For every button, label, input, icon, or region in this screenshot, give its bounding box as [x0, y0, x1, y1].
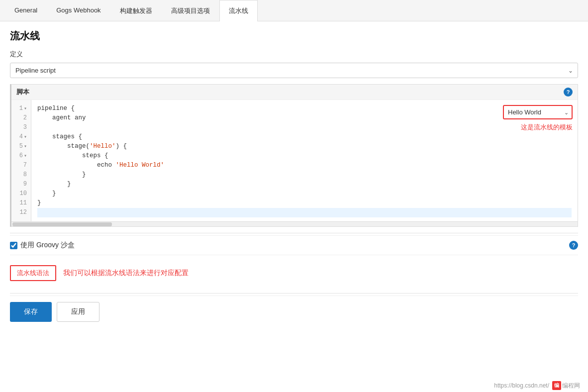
- footer-logo: 编 编程网: [552, 381, 580, 390]
- code-line-9: }: [37, 180, 572, 189]
- template-hint-text: 这是流水线的模板: [521, 123, 573, 132]
- definition-select[interactable]: Pipeline script Pipeline script from SCM: [10, 63, 578, 78]
- code-line-6: steps {: [37, 151, 572, 161]
- grammar-hint-text: 我们可以根据流水线语法来进行对应配置: [63, 269, 189, 278]
- line-num-2: 2: [11, 113, 31, 123]
- tab-gogs-webhook[interactable]: Gogs Webhook: [47, 0, 110, 21]
- code-line-7: echo 'Hello World': [37, 161, 572, 170]
- page-title: 流水线: [10, 29, 578, 43]
- tab-advanced-options[interactable]: 高级项目选项: [162, 0, 219, 21]
- script-body: Hello World GitHub + Maven Scripted Pipe…: [11, 100, 578, 221]
- script-section: 脚本 ? Hello World GitHub + Maven Scripted…: [10, 84, 578, 227]
- line-numbers: 1 2 3 4 5 6 7 8 9 10 11 12: [11, 100, 31, 221]
- line-num-12: 12: [11, 208, 31, 217]
- footer-bar: https://blog.csdn.net/ 编 编程网: [0, 379, 588, 392]
- code-line-11: }: [37, 198, 572, 208]
- template-select[interactable]: Hello World GitHub + Maven Scripted Pipe…: [503, 105, 573, 119]
- tab-build-trigger[interactable]: 构建触发器: [110, 0, 162, 21]
- line-num-5: 5: [11, 142, 31, 151]
- groovy-help-icon[interactable]: ?: [569, 241, 578, 250]
- line-num-9: 9: [11, 180, 31, 189]
- script-section-label: 脚本: [16, 88, 29, 97]
- line-num-10: 10: [11, 189, 31, 198]
- script-header: 脚本 ?: [11, 85, 578, 100]
- footer-brand: 编程网: [562, 382, 580, 390]
- groovy-sandbox-row: 使用 Groovy 沙盒 ?: [10, 235, 578, 255]
- line-num-6: 6: [11, 151, 31, 161]
- script-scrollbar[interactable]: [11, 221, 578, 226]
- apply-button[interactable]: 应用: [57, 302, 99, 322]
- line-num-7: 7: [11, 161, 31, 170]
- groovy-label[interactable]: 使用 Groovy 沙盒: [20, 241, 75, 250]
- tab-bar: General Gogs Webhook 构建触发器 高级项目选项 流水线: [0, 0, 588, 21]
- divider-1: [10, 233, 578, 233]
- script-help-icon[interactable]: ?: [564, 88, 573, 97]
- grammar-row: 流水线语法 我们可以根据流水线语法来进行对应配置: [10, 261, 578, 285]
- grammar-link-button[interactable]: 流水线语法: [10, 265, 56, 281]
- tab-pipeline[interactable]: 流水线: [219, 0, 258, 21]
- line-num-8: 8: [11, 170, 31, 180]
- definition-dropdown-wrapper: Pipeline script Pipeline script from SCM…: [10, 63, 578, 78]
- groovy-checkbox-wrapper: 使用 Groovy 沙盒: [10, 241, 75, 250]
- code-line-3: [37, 123, 572, 132]
- definition-label: 定义: [10, 50, 578, 59]
- template-dropdown-wrapper: Hello World GitHub + Maven Scripted Pipe…: [503, 105, 573, 119]
- line-num-11: 11: [11, 198, 31, 208]
- divider-2: [10, 293, 578, 294]
- code-line-2: agent any: [37, 113, 572, 123]
- code-line-4: stages {: [37, 132, 572, 142]
- code-line-1: pipeline {: [37, 104, 572, 113]
- tab-general[interactable]: General: [5, 0, 47, 21]
- code-line-5: stage('Hello') {: [37, 142, 572, 151]
- bottom-toolbar: 保存 应用: [10, 295, 578, 322]
- code-editor[interactable]: pipeline { agent any stages { stage('Hel…: [31, 100, 578, 221]
- main-content: 流水线 定义 Pipeline script Pipeline script f…: [0, 21, 588, 330]
- code-line-10: }: [37, 189, 572, 198]
- footer-url: https://blog.csdn.net/: [494, 382, 549, 389]
- code-line-8: }: [37, 170, 572, 180]
- groovy-checkbox[interactable]: [10, 242, 17, 249]
- code-line-12: [37, 208, 572, 217]
- footer-logo-icon: 编: [552, 381, 561, 390]
- line-num-1: 1: [11, 104, 31, 113]
- script-scrollbar-thumb: [12, 222, 112, 226]
- line-num-3: 3: [11, 123, 31, 132]
- save-button[interactable]: 保存: [10, 302, 52, 322]
- line-num-4: 4: [11, 132, 31, 142]
